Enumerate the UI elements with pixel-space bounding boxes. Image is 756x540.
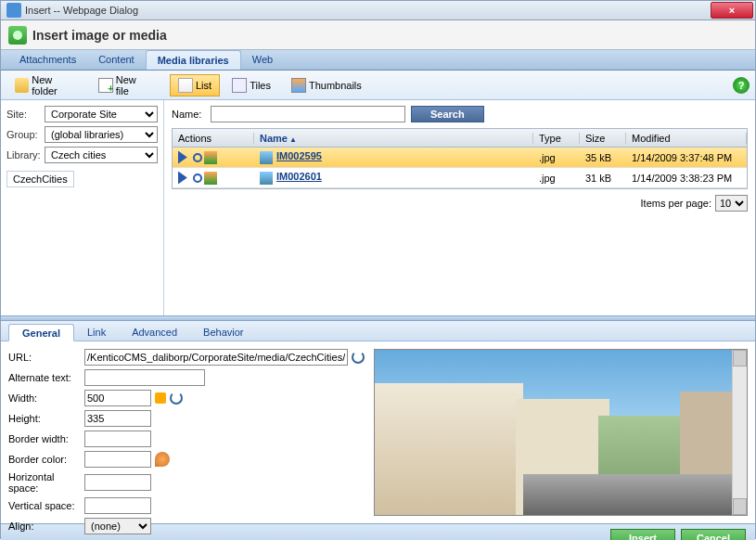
pager-select[interactable]: 10 (715, 195, 748, 212)
hspace-label: Horizontal space: (8, 471, 81, 494)
image-file-icon (260, 151, 273, 164)
col-type[interactable]: Type (533, 133, 580, 144)
image-file-icon (260, 172, 273, 185)
cell-modified: 1/14/2009 3:38:23 PM (626, 173, 747, 184)
reset-size-icon[interactable] (170, 392, 183, 405)
help-button[interactable]: ? (733, 77, 750, 94)
right-pane: Name: Search Actions Name▲ Type Size Mod… (164, 100, 755, 315)
refresh-icon[interactable] (352, 351, 365, 364)
window-body: Insert image or media Attachments Conten… (0, 20, 756, 539)
thumbnails-icon (291, 78, 306, 93)
insert-button[interactable]: Insert (610, 529, 675, 541)
alt-input[interactable] (84, 369, 205, 386)
library-label: Library: (6, 149, 42, 161)
hspace-input[interactable] (84, 474, 151, 491)
cell-size: 35 kB (580, 152, 626, 163)
view-icon[interactable] (193, 153, 202, 162)
select-icon[interactable] (178, 172, 191, 185)
tiles-icon (232, 78, 247, 93)
tab-attachments[interactable]: Attachments (8, 50, 87, 70)
property-body: URL: Alternate text: Width: Height: Bord… (1, 341, 755, 523)
property-form: URL: Alternate text: Width: Height: Bord… (8, 349, 365, 516)
view-thumbnails-button[interactable]: Thumbnails (283, 74, 370, 96)
new-file-label: New file (116, 74, 150, 96)
width-label: Width: (8, 392, 81, 404)
view-tiles-label: Tiles (250, 80, 271, 91)
edit-icon[interactable] (204, 151, 217, 164)
pager-label: Items per page: (641, 198, 711, 209)
select-icon[interactable] (178, 151, 191, 164)
favicon (6, 3, 21, 18)
media-icon (8, 26, 27, 45)
search-row: Name: Search (172, 106, 748, 122)
main-tabs: Attachments Content Media libraries Web (1, 50, 755, 71)
main-area: Site: Corporate Site Group: (global libr… (1, 100, 755, 315)
tab-content[interactable]: Content (87, 50, 146, 70)
col-size[interactable]: Size (580, 133, 626, 144)
search-input[interactable] (211, 106, 405, 122)
folder-tree: CzechCities (6, 171, 158, 187)
file-link[interactable]: IM002595 (276, 150, 322, 161)
tab-behavior[interactable]: Behavior (190, 324, 256, 341)
new-file-button[interactable]: New file (90, 71, 159, 100)
sort-asc-icon: ▲ (289, 135, 297, 144)
tree-root-item[interactable]: CzechCities (6, 171, 74, 187)
color-picker-icon[interactable] (155, 452, 170, 467)
cancel-button[interactable]: Cancel (681, 529, 746, 541)
tab-advanced[interactable]: Advanced (119, 324, 190, 341)
tab-web[interactable]: Web (241, 50, 284, 70)
vspace-label: Vertical space: (8, 500, 81, 511)
group-label: Group: (6, 129, 42, 140)
search-button[interactable]: Search (411, 106, 484, 122)
view-thumbnails-label: Thumbnails (309, 80, 362, 91)
height-input[interactable] (84, 410, 151, 427)
col-name[interactable]: Name▲ (254, 133, 533, 144)
close-button[interactable]: × (711, 2, 753, 19)
align-label: Align: (8, 521, 81, 532)
border-color-input[interactable] (84, 451, 151, 468)
table-row[interactable]: IM002601 .jpg 31 kB 1/14/2009 3:38:23 PM (173, 168, 747, 188)
new-folder-label: New folder (32, 74, 78, 96)
image-preview (374, 349, 748, 516)
col-modified[interactable]: Modified (626, 133, 747, 144)
lock-icon[interactable] (155, 392, 166, 404)
view-tiles-button[interactable]: Tiles (224, 74, 279, 96)
new-folder-button[interactable]: New folder (6, 71, 86, 100)
file-grid: Actions Name▲ Type Size Modified IM00259… (172, 128, 748, 189)
border-width-label: Border width: (8, 433, 81, 444)
align-select[interactable]: (none) (84, 518, 151, 534)
height-label: Height: (8, 413, 81, 424)
file-icon (98, 78, 112, 93)
cell-type: .jpg (533, 173, 580, 184)
border-width-input[interactable] (84, 431, 151, 447)
view-icon[interactable] (193, 174, 202, 183)
dialog-title: Insert image or media (32, 28, 167, 43)
vspace-input[interactable] (84, 497, 151, 514)
preview-scrollbar[interactable] (732, 350, 747, 515)
toolbar: New folder New file List Tiles Thumbnail… (1, 71, 755, 100)
url-label: URL: (8, 352, 81, 363)
titlebar: Insert -- Webpage Dialog × (0, 0, 756, 20)
view-list-button[interactable]: List (170, 74, 220, 96)
group-select[interactable]: (global libraries) (45, 126, 158, 143)
col-actions[interactable]: Actions (173, 133, 254, 144)
table-row[interactable]: IM002595 .jpg 35 kB 1/14/2009 3:37:48 PM (173, 148, 747, 168)
library-select[interactable]: Czech cities (45, 147, 158, 163)
pager: Items per page: 10 (172, 189, 748, 217)
site-label: Site: (6, 109, 42, 120)
url-input[interactable] (84, 349, 348, 366)
cell-type: .jpg (533, 152, 580, 163)
tab-link[interactable]: Link (74, 324, 119, 341)
file-link[interactable]: IM002601 (276, 171, 322, 182)
dialog-header: Insert image or media (1, 20, 755, 50)
width-input[interactable] (84, 390, 151, 406)
grid-header: Actions Name▲ Type Size Modified (173, 129, 747, 148)
tab-media-libraries[interactable]: Media libraries (146, 50, 241, 70)
folder-icon (15, 78, 29, 93)
border-color-label: Border color: (8, 454, 81, 465)
alt-label: Alternate text: (8, 372, 81, 383)
tab-general[interactable]: General (8, 324, 74, 341)
site-select[interactable]: Corporate Site (45, 106, 158, 122)
window-title: Insert -- Webpage Dialog (25, 5, 753, 16)
edit-icon[interactable] (204, 172, 217, 185)
